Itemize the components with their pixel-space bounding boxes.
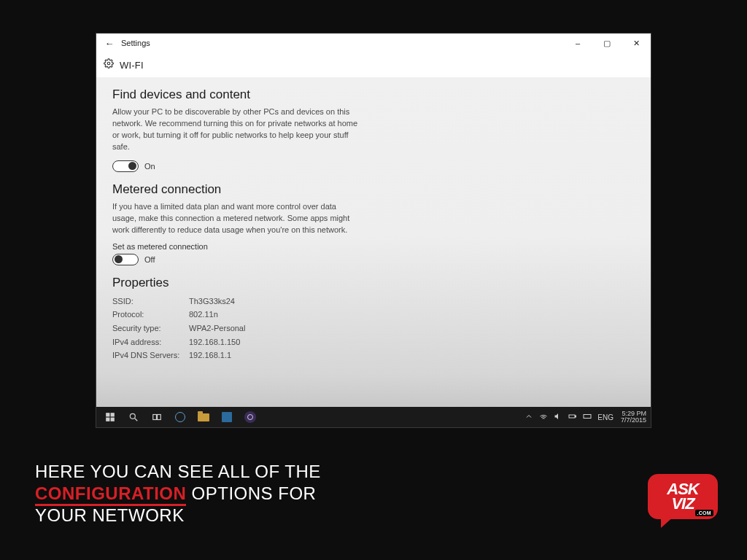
tray-chevron-icon[interactable]: [525, 412, 533, 422]
titlebar: ← Settings – ▢ ✕: [96, 34, 651, 52]
search-icon[interactable]: [123, 407, 144, 427]
brand-logo: ASK VIZ .COM: [648, 474, 718, 531]
find-devices-body: Allow your PC to be discoverable by othe…: [112, 106, 360, 153]
svg-rect-4: [111, 418, 115, 421]
prop-key: Protocol:: [112, 308, 189, 322]
properties-heading: Properties: [112, 276, 635, 290]
svg-marker-9: [555, 413, 559, 419]
svg-point-0: [107, 62, 110, 65]
svg-line-6: [135, 419, 138, 421]
prop-key: IPv4 address:: [112, 335, 189, 349]
gear-icon: [104, 58, 114, 71]
edge-icon[interactable]: [169, 407, 191, 427]
prop-key: IPv4 DNS Servers:: [112, 349, 189, 362]
prop-value: Th3G33ks24: [189, 295, 235, 308]
prop-value: 192.168.1.1: [189, 349, 231, 362]
network-tray-icon[interactable]: [539, 412, 548, 422]
find-devices-toggle-label: On: [144, 162, 155, 171]
prop-row: IPv4 address: 192.168.1.150: [112, 335, 635, 349]
svg-point-5: [130, 413, 135, 419]
store-icon[interactable]: [216, 407, 238, 427]
back-button[interactable]: ←: [101, 38, 118, 49]
taskbar: ENG 5:29 PM 7/7/2015: [96, 407, 651, 427]
settings-window: ← Settings – ▢ ✕ WI-FI Find devices and …: [96, 34, 651, 427]
prop-row: IPv4 DNS Servers: 192.168.1.1: [112, 349, 635, 362]
prop-row: Protocol: 802.11n: [112, 308, 635, 322]
metered-toggle[interactable]: [112, 254, 139, 265]
prop-key: Security type:: [112, 322, 189, 335]
clock-date: 7/7/2015: [621, 417, 646, 424]
window-title: Settings: [121, 39, 150, 47]
close-button[interactable]: ✕: [622, 34, 651, 52]
svg-rect-12: [584, 415, 591, 419]
volume-tray-icon[interactable]: [554, 412, 562, 422]
page-header: WI-FI: [96, 52, 651, 77]
find-devices-heading: Find devices and content: [112, 88, 635, 102]
prop-value: 802.11n: [189, 308, 218, 322]
start-button[interactable]: [99, 407, 121, 427]
metered-heading: Metered connection: [112, 182, 635, 197]
prop-row: Security type: WPA2-Personal: [112, 322, 635, 335]
task-view-icon[interactable]: [146, 407, 168, 427]
caption-line1: Here you can see all of the: [35, 462, 321, 481]
svg-rect-2: [111, 413, 115, 416]
find-devices-toggle[interactable]: [112, 160, 139, 172]
svg-rect-11: [576, 416, 576, 417]
taskbar-clock[interactable]: 5:29 PM 7/7/2015: [621, 411, 646, 424]
svg-rect-3: [106, 418, 109, 421]
minimize-button[interactable]: –: [563, 34, 592, 52]
maximize-button[interactable]: ▢: [592, 34, 622, 52]
svg-rect-8: [158, 415, 161, 420]
svg-rect-7: [153, 415, 157, 420]
caption-line3: your network: [35, 505, 185, 525]
caption-line2: options for: [192, 483, 317, 503]
caption-highlight: configuration: [35, 483, 186, 506]
settings-content: Find devices and content Allow your PC t…: [96, 77, 651, 427]
prop-value: WPA2-Personal: [189, 322, 245, 335]
page-title: WI-FI: [120, 60, 144, 71]
svg-rect-10: [569, 415, 575, 418]
svg-rect-1: [106, 413, 109, 416]
prop-key: SSID:: [112, 295, 189, 308]
language-indicator[interactable]: ENG: [597, 413, 614, 421]
brand-bottom: VIZ: [667, 497, 698, 511]
battery-tray-icon[interactable]: [568, 412, 577, 422]
prop-value: 192.168.1.150: [189, 335, 240, 349]
explorer-icon[interactable]: [193, 407, 214, 427]
keyboard-tray-icon[interactable]: [583, 412, 592, 422]
metered-field-label: Set as metered connection: [112, 242, 635, 251]
slide-caption: Here you can see all of the configuratio…: [35, 461, 321, 526]
metered-toggle-label: Off: [144, 255, 155, 264]
active-app-icon[interactable]: [239, 407, 261, 427]
prop-row: SSID: Th3G33ks24: [112, 295, 635, 308]
metered-body: If you have a limited data plan and want…: [112, 201, 360, 236]
brand-domain: .COM: [695, 510, 713, 516]
